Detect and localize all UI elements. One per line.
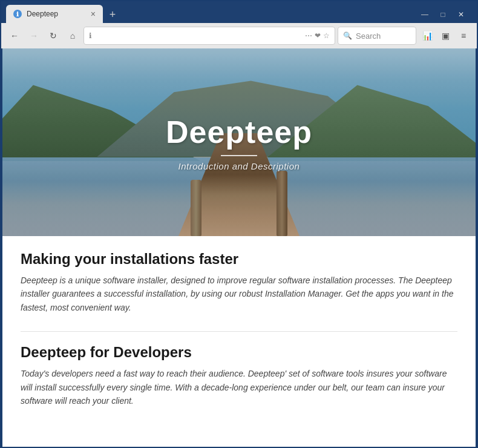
tab-bar: Deepteep × + — □ ✕ <box>1 1 477 23</box>
browser-window: Deepteep × + — □ ✕ ← → ↻ ⌂ ℹ ⋯ ❤ ☆ 🔍 Sea… <box>0 0 478 448</box>
pocket-icon[interactable]: ❤ <box>315 31 321 40</box>
hero-subtitle: Introduction and Description <box>166 161 312 171</box>
library-button[interactable]: 📊 <box>419 27 436 44</box>
section-installations: Making your installations faster Deeptee… <box>21 251 457 314</box>
search-icon: 🔍 <box>343 31 352 40</box>
search-placeholder-text: Search <box>356 31 381 41</box>
minimize-button[interactable]: — <box>416 6 433 23</box>
main-content: Making your installations faster Deeptee… <box>2 236 476 443</box>
back-button[interactable]: ← <box>6 27 23 44</box>
hero-divider <box>221 155 257 156</box>
window-controls: — □ ✕ <box>416 6 472 23</box>
section-developers: Deepteep for Developers Today's develope… <box>21 344 457 407</box>
tab-favicon <box>13 10 22 18</box>
search-bar[interactable]: 🔍 Search <box>338 27 416 45</box>
sidebar-button[interactable]: ▣ <box>437 27 454 44</box>
address-actions: ⋯ ❤ ☆ <box>305 31 330 40</box>
page-content: Deepteep Introduction and Description Ma… <box>1 48 477 447</box>
address-bar[interactable]: ℹ ⋯ ❤ ☆ <box>83 27 335 45</box>
hero-text-block: Deepteep Introduction and Description <box>166 114 312 171</box>
bookmark-icon[interactable]: ☆ <box>323 31 330 40</box>
menu-button[interactable]: ≡ <box>455 27 472 44</box>
reload-button[interactable]: ↻ <box>45 27 62 44</box>
forward-button[interactable]: → <box>25 27 42 44</box>
nav-bar: ← → ↻ ⌂ ℹ ⋯ ❤ ☆ 🔍 Search 📊 ▣ ≡ <box>1 23 477 48</box>
section-developers-title: Deepteep for Developers <box>21 344 457 361</box>
address-info-icon: ℹ <box>89 31 92 40</box>
close-button[interactable]: ✕ <box>453 6 470 23</box>
section-developers-body: Today's developers need a fast way to re… <box>21 367 457 407</box>
extensions-icon[interactable]: ⋯ <box>305 31 312 40</box>
tab-label: Deepteep <box>27 10 86 18</box>
maximize-button[interactable]: □ <box>434 6 451 23</box>
new-tab-button[interactable]: + <box>104 6 121 23</box>
section-installations-title: Making your installations faster <box>21 251 457 268</box>
tab-close-button[interactable]: × <box>91 10 96 18</box>
section-divider <box>21 331 457 332</box>
section-installations-body: Deepteep is a unique software installer,… <box>21 274 457 314</box>
hero-title: Deepteep <box>166 114 312 150</box>
hero-banner: Deepteep Introduction and Description <box>2 48 476 236</box>
toolbar-right: 📊 ▣ ≡ <box>419 27 472 44</box>
home-button[interactable]: ⌂ <box>64 27 81 44</box>
active-tab[interactable]: Deepteep × <box>6 5 103 23</box>
